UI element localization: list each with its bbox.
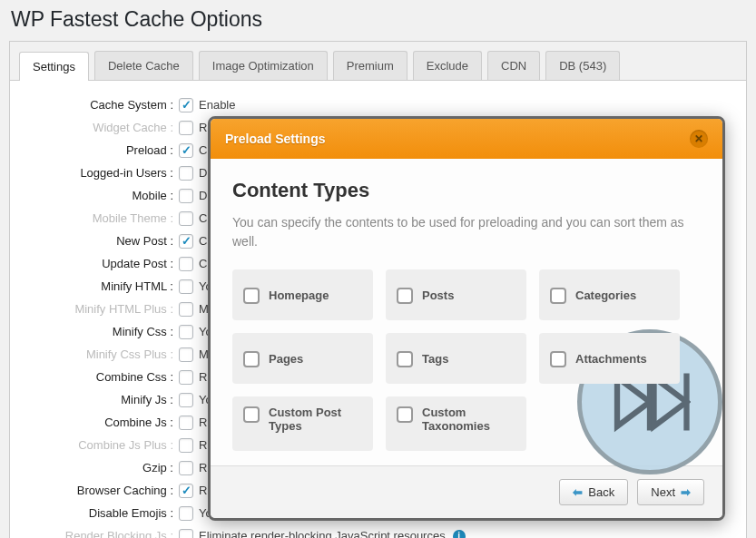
setting-label: Preload :	[28, 143, 173, 157]
setting-text: Eliminate render-blocking JavaScript res…	[199, 529, 446, 538]
back-button-label: Back	[588, 485, 614, 499]
checkbox[interactable]	[179, 484, 193, 498]
checkbox[interactable]	[179, 506, 193, 521]
setting-label: New Post :	[28, 234, 173, 248]
checkbox[interactable]	[179, 438, 193, 453]
checkbox[interactable]	[179, 143, 193, 158]
tab-exclude[interactable]: Exclude	[413, 51, 482, 80]
arrow-right-icon: ➡	[681, 485, 691, 499]
info-icon[interactable]: i	[453, 530, 466, 539]
checkbox[interactable]	[179, 189, 193, 203]
next-button[interactable]: Next ➡	[637, 479, 704, 505]
back-button[interactable]: ⬅ Back	[559, 479, 628, 505]
setting-text: Enable	[199, 98, 235, 112]
checkbox[interactable]	[243, 288, 260, 304]
page-title: WP Fastest Cache Options	[0, 0, 756, 41]
checkbox[interactable]	[179, 302, 193, 317]
content-type-label: Custom Post Types	[269, 406, 362, 433]
setting-label: Logged-in Users :	[28, 166, 173, 180]
content-type-custom-taxonomies[interactable]: Custom Taxonomies	[386, 396, 526, 451]
setting-label: Mobile Theme :	[28, 211, 173, 225]
setting-label: Browser Caching :	[28, 484, 173, 497]
checkbox[interactable]	[179, 234, 193, 249]
setting-label: Gzip :	[28, 461, 173, 474]
checkbox[interactable]	[179, 211, 193, 226]
checkbox[interactable]	[243, 351, 260, 367]
content-type-posts[interactable]: Posts	[386, 269, 526, 320]
setting-row: Render Blocking Js :Eliminate render-blo…	[28, 524, 728, 538]
checkbox[interactable]	[179, 325, 193, 339]
setting-label: Widget Cache :	[28, 121, 173, 134]
content-type-label: Tags	[422, 352, 448, 366]
checkbox[interactable]	[397, 406, 413, 423]
content-type-label: Attachments	[575, 352, 647, 366]
checkbox[interactable]	[179, 166, 193, 181]
tab-cdn[interactable]: CDN	[487, 51, 540, 80]
checkbox[interactable]	[179, 347, 193, 362]
modal-header: Preload Settings ✕	[211, 119, 722, 159]
arrow-left-icon: ⬅	[573, 485, 583, 499]
content-type-categories[interactable]: Categories	[539, 269, 680, 320]
setting-label: Combine Js :	[28, 416, 173, 429]
checkbox[interactable]	[397, 351, 413, 367]
content-type-custom-post-types[interactable]: Custom Post Types	[232, 396, 373, 451]
tab-premium[interactable]: Premium	[333, 51, 407, 80]
next-button-label: Next	[651, 485, 675, 499]
modal-title: Preload Settings	[225, 132, 325, 146]
content-type-label: Custom Taxonomies	[422, 406, 515, 433]
tab-settings[interactable]: Settings	[19, 52, 89, 81]
checkbox[interactable]	[179, 461, 193, 475]
content-types-grid: HomepagePostsCategoriesPagesTagsAttachme…	[232, 269, 701, 451]
setting-label: Minify Js :	[28, 393, 173, 406]
setting-label: Minify HTML Plus :	[28, 302, 173, 316]
modal-body: Content Types You can specify the conten…	[211, 159, 722, 465]
close-icon[interactable]: ✕	[690, 130, 708, 148]
setting-label: Combine Js Plus :	[28, 438, 173, 452]
checkbox[interactable]	[179, 121, 193, 135]
tab-image-optimization[interactable]: Image Optimization	[199, 51, 328, 80]
setting-label: Update Post :	[28, 257, 173, 270]
setting-row: Cache System :Enable	[28, 93, 728, 116]
tab-db-543-[interactable]: DB (543)	[545, 51, 620, 80]
preload-settings-modal: Preload Settings ✕ Content Types You can…	[208, 116, 725, 521]
modal-heading: Content Types	[232, 179, 701, 202]
checkbox[interactable]	[397, 288, 413, 304]
setting-label: Minify Css Plus :	[28, 347, 173, 361]
checkbox[interactable]	[179, 416, 193, 430]
checkbox[interactable]	[550, 351, 566, 367]
setting-label: Combine Css :	[28, 370, 173, 384]
setting-label: Disable Emojis :	[28, 506, 173, 520]
checkbox[interactable]	[179, 529, 193, 539]
content-type-tags[interactable]: Tags	[386, 333, 526, 384]
tabs-bar: SettingsDelete CacheImage OptimizationPr…	[10, 42, 746, 81]
modal-description: You can specify the contents to be used …	[232, 213, 701, 251]
content-type-label: Pages	[269, 352, 303, 366]
content-type-label: Posts	[422, 289, 454, 302]
checkbox[interactable]	[179, 279, 193, 294]
setting-label: Mobile :	[28, 189, 173, 202]
checkbox[interactable]	[179, 98, 193, 112]
content-type-label: Homepage	[269, 289, 329, 302]
checkbox[interactable]	[179, 370, 193, 385]
checkbox[interactable]	[243, 406, 260, 423]
content-type-label: Categories	[575, 289, 636, 302]
content-type-homepage[interactable]: Homepage	[232, 269, 373, 320]
content-type-attachments[interactable]: Attachments	[539, 333, 680, 384]
setting-label: Minify HTML :	[28, 279, 173, 293]
tab-delete-cache[interactable]: Delete Cache	[94, 51, 193, 80]
checkbox[interactable]	[179, 257, 193, 271]
checkbox[interactable]	[179, 393, 193, 407]
checkbox[interactable]	[550, 288, 566, 304]
setting-label: Minify Css :	[28, 325, 173, 338]
content-type-pages[interactable]: Pages	[232, 333, 373, 384]
setting-label: Cache System :	[28, 98, 173, 112]
setting-label: Render Blocking Js :	[28, 529, 173, 538]
